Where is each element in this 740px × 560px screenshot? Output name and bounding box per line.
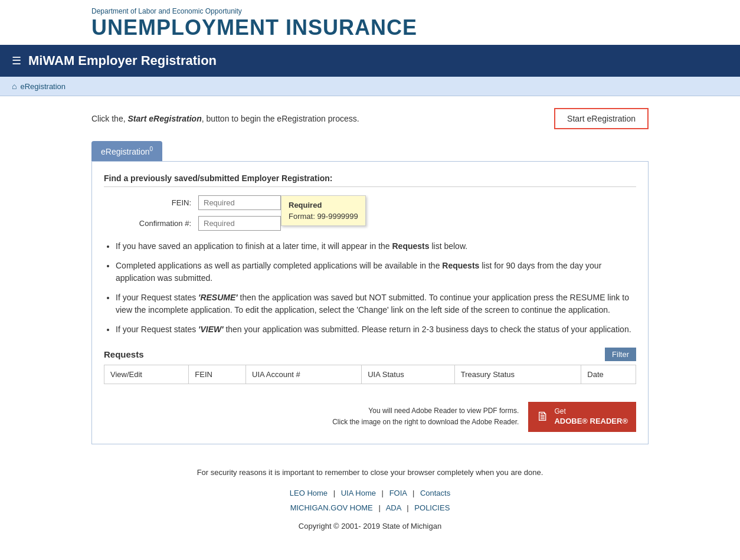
intro-row: Click the, Start eRegistration, button t… bbox=[91, 108, 649, 129]
footer-link-foia[interactable]: FOIA bbox=[389, 489, 407, 497]
tooltip-format: Format: 99-9999999 bbox=[289, 212, 358, 221]
intro-bold: Start eRegistration bbox=[127, 114, 201, 123]
tooltip-required: Required bbox=[289, 201, 358, 209]
col-uia-account: UIA Account # bbox=[246, 365, 362, 384]
header-dept: Department of Labor and Economic Opportu… bbox=[0, 0, 740, 15]
main-content: Click the, Start eRegistration, button t… bbox=[0, 96, 740, 560]
table-header-row: View/Edit FEIN UIA Account # UIA Status … bbox=[104, 365, 636, 384]
adobe-text: You will need Adobe Reader to view PDF f… bbox=[332, 405, 519, 428]
breadcrumb-link[interactable]: eRegistration bbox=[20, 82, 66, 91]
adobe-row: You will need Adobe Reader to view PDF f… bbox=[104, 402, 636, 432]
find-section: Find a previously saved/submitted Employ… bbox=[104, 173, 636, 231]
tab-label: eRegistration bbox=[101, 147, 150, 156]
tab-content: Find a previously saved/submitted Employ… bbox=[91, 161, 649, 444]
bullet-2: Completed applications as well as partia… bbox=[116, 260, 636, 284]
confirmation-input[interactable] bbox=[198, 216, 281, 231]
home-icon: ⌂ bbox=[12, 81, 17, 91]
adobe-icon: 🗎 bbox=[536, 409, 549, 424]
find-heading: Find a previously saved/submitted Employ… bbox=[104, 173, 636, 187]
footer-link-uia-home[interactable]: UIA Home bbox=[341, 489, 376, 497]
requests-header: Requests Filter bbox=[104, 348, 636, 361]
sep1: | bbox=[333, 489, 335, 497]
tab-container: eRegistration0 Find a previously saved/s… bbox=[91, 141, 649, 444]
bullet-1: If you have saved an application to fini… bbox=[116, 240, 636, 253]
col-uia-status: UIA Status bbox=[362, 365, 455, 384]
sep2: | bbox=[382, 489, 384, 497]
dept-label: Department of Labor and Economic Opportu… bbox=[91, 7, 242, 15]
col-fein: FEIN bbox=[189, 365, 246, 384]
footer-link-ada[interactable]: ADA bbox=[386, 503, 401, 512]
footer-link-leo-home[interactable]: LEO Home bbox=[290, 489, 328, 497]
adobe-badge[interactable]: 🗎 Get ADOBE® READER® bbox=[528, 402, 636, 432]
sep3: | bbox=[412, 489, 414, 497]
requests-title: Requests bbox=[104, 349, 144, 359]
security-notice: For security reasons it is important to … bbox=[91, 468, 649, 477]
adobe-badge-text: Get ADOBE® READER® bbox=[554, 407, 628, 427]
sep5: | bbox=[407, 503, 408, 512]
intro-text: Click the, Start eRegistration, button t… bbox=[91, 114, 359, 123]
bullet-4: If your Request states 'VIEW' then your … bbox=[116, 323, 636, 336]
copyright: Copyright © 2001- 2019 State of Michigan bbox=[91, 522, 649, 548]
adobe-text-line2: Click the image on the right to download… bbox=[332, 417, 519, 428]
confirmation-row: Confirmation #: bbox=[104, 216, 636, 231]
tab-bar: eRegistration0 bbox=[91, 141, 649, 161]
requests-section: Requests Filter View/Edit FEIN UIA Accou… bbox=[104, 348, 636, 384]
fein-input[interactable] bbox=[198, 195, 281, 210]
info-bullets: If you have saved an application to fini… bbox=[104, 240, 636, 336]
tab-superscript: 0 bbox=[150, 146, 153, 152]
tab-eregistration[interactable]: eRegistration0 bbox=[91, 141, 162, 161]
col-treasury-status: Treasury Status bbox=[454, 365, 581, 384]
requests-table: View/Edit FEIN UIA Account # UIA Status … bbox=[104, 365, 636, 384]
col-view-edit: View/Edit bbox=[104, 365, 189, 384]
adobe-product: ADOBE® READER® bbox=[554, 416, 628, 427]
fein-row: FEIN: Required Format: 99-9999999 bbox=[104, 195, 636, 210]
menu-icon[interactable]: ☰ bbox=[12, 54, 21, 67]
nav-title: MiWAM Employer Registration bbox=[28, 53, 217, 68]
nav-bar: ☰ MiWAM Employer Registration bbox=[0, 45, 740, 77]
breadcrumb: ⌂ eRegistration bbox=[0, 77, 740, 96]
filter-button[interactable]: Filter bbox=[605, 348, 636, 361]
footer-link-contacts[interactable]: Contacts bbox=[420, 489, 450, 497]
fein-label: FEIN: bbox=[104, 198, 198, 207]
start-eregistration-button[interactable]: Start eRegistration bbox=[554, 108, 649, 129]
adobe-text-line1: You will need Adobe Reader to view PDF f… bbox=[332, 405, 519, 417]
confirmation-label: Confirmation #: bbox=[104, 219, 198, 228]
adobe-get: Get bbox=[554, 407, 628, 417]
footer-link-michigan-home[interactable]: MICHIGAN.GOV HOME bbox=[290, 503, 373, 512]
footer-link-policies[interactable]: POLICIES bbox=[414, 503, 450, 512]
sep4: | bbox=[378, 503, 380, 512]
col-date: Date bbox=[581, 365, 636, 384]
fein-tooltip: Required Format: 99-9999999 bbox=[281, 195, 366, 226]
footer-links-row2: MICHIGAN.GOV HOME | ADA | POLICIES bbox=[91, 503, 649, 512]
main-title: UNEMPLOYMENT INSURANCE bbox=[0, 15, 740, 45]
footer-links-row1: LEO Home | UIA Home | FOIA | Contacts bbox=[91, 489, 649, 497]
bullet-3: If your Request states 'RESUME' then the… bbox=[116, 292, 636, 316]
